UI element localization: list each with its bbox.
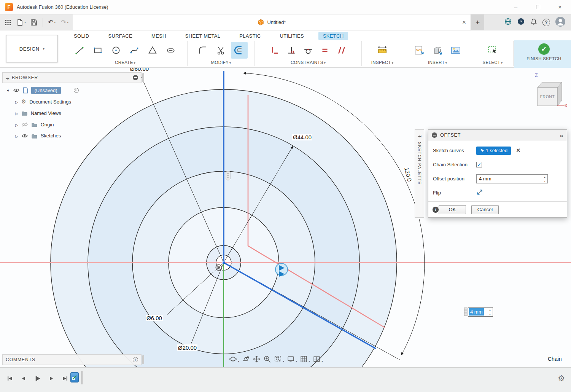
add-comment-button[interactable] [133,357,138,362]
insert-svg-tool[interactable]: SVG [411,42,428,59]
sketch-palette-collapsed[interactable]: SKETCH PALETTE [415,129,424,218]
chain-selection-checkbox[interactable]: ✓ [476,162,482,167]
step-back-button[interactable] [19,374,28,383]
horizontal-vertical-constraint-tool[interactable] [267,42,282,59]
browser-resize-handle[interactable] [142,73,144,82]
redo-button[interactable]: ↷ [59,17,70,28]
dialog-expand-icon[interactable] [560,132,563,139]
browser-row-document[interactable]: (Unsaved) [3,84,140,96]
browser-row-document-settings[interactable]: ⚙ Document Settings [3,96,140,107]
dimension-label-6[interactable]: Ø6.00 [146,315,163,321]
zoom-button[interactable] [263,355,271,363]
play-button[interactable] [33,374,42,383]
row-label[interactable]: Document Settings [29,99,71,105]
parallel-constraint-tool[interactable] [334,42,349,59]
expander-icon[interactable] [15,122,18,127]
visibility-eye-icon[interactable] [13,87,20,93]
line-tool[interactable] [71,42,88,59]
browser-row-sketches[interactable]: Sketches [3,130,140,142]
insert-menu[interactable]: INSERT [404,60,471,67]
info-icon[interactable] [433,207,439,213]
step-forward-button[interactable] [46,374,56,383]
close-button[interactable]: × [549,0,571,14]
sketch-curves-selection[interactable]: 1 selected [476,147,511,155]
inline-dimension-input[interactable]: 4 mm [464,307,493,317]
measure-tool[interactable] [374,42,391,59]
create-menu[interactable]: CREATE [64,60,186,67]
web-browser-button[interactable] [504,18,512,27]
tab-mesh[interactable]: MESH [147,32,171,40]
app-grid-button[interactable] [2,17,14,28]
expander-icon[interactable] [15,99,18,105]
modify-menu[interactable]: MODIFY [188,60,254,67]
expander-icon[interactable] [15,133,18,139]
canvas-image-tool[interactable] [447,42,464,59]
viewports-button[interactable] [313,355,323,363]
midpoint-grip-icon[interactable] [226,171,230,180]
dimension-label-44[interactable]: Ø44.00 [292,134,312,140]
spinner-down-icon[interactable] [487,312,493,317]
circle-tool[interactable] [108,42,124,59]
tab-sheet-metal[interactable]: SHEET METAL [181,32,225,40]
offset-tool[interactable] [231,42,248,59]
offset-position-spinner[interactable] [542,175,547,183]
visibility-eye-icon[interactable] [21,133,28,139]
inline-input-box[interactable]: 4 mm [468,307,493,317]
polygon-tool[interactable] [144,42,161,59]
comments-panel-header[interactable]: COMMENTS [2,354,142,365]
tab-utilities[interactable]: UTILITIES [275,32,309,40]
perpendicular-constraint-tool[interactable] [284,42,299,59]
expander-open-icon[interactable] [6,88,12,93]
insert-mesh-tool[interactable] [429,42,446,59]
spinner-down-icon[interactable] [542,179,547,183]
viewcube-front-face[interactable]: FRONT [540,94,555,99]
offset-dialog-header[interactable]: OFFSET [428,130,567,140]
activate-document-radio[interactable] [74,88,79,93]
timeline-sketch-feature[interactable] [70,372,79,382]
finish-sketch-button[interactable]: FINISH SKETCH [514,40,571,68]
save-button[interactable] [28,17,40,28]
slot-tool[interactable] [162,42,179,59]
equal-constraint-tool[interactable] [317,42,332,59]
display-settings-button[interactable] [287,355,297,363]
tangent-constraint-tool[interactable] [301,42,316,59]
help-button[interactable] [542,19,550,26]
new-document-tab-button[interactable] [471,14,484,30]
look-at-button[interactable] [242,355,250,363]
row-label[interactable]: Origin [41,122,54,127]
dialog-collapse-icon[interactable] [432,132,437,138]
notifications-button[interactable] [530,18,538,27]
browser-row-named-views[interactable]: Named Views [3,107,140,119]
inspect-menu[interactable]: INSPECT [363,60,402,67]
document-name[interactable]: (Unsaved) [31,87,61,94]
tab-sketch[interactable]: SKETCH [318,32,348,40]
tab-plastic[interactable]: PLASTIC [235,32,265,40]
flip-button[interactable] [476,189,483,197]
browser-row-origin[interactable]: Origin [3,119,140,130]
document-tab[interactable]: Untitled* [257,19,286,26]
file-menu-button[interactable] [15,17,27,28]
ok-button[interactable]: OK [439,205,466,214]
inline-input-value[interactable]: 4 mm [469,308,484,316]
job-status-button[interactable] [517,18,525,27]
document-tab-close-button[interactable] [462,14,466,30]
rectangle-tool[interactable] [89,42,106,59]
expander-icon[interactable] [15,110,18,116]
select-menu[interactable]: SELECT [473,60,512,67]
timeline-settings-button[interactable] [558,374,565,383]
skip-to-end-button[interactable] [60,374,69,383]
undo-button[interactable]: ↶ [46,17,57,28]
viewcube[interactable]: Z X FRONT [531,73,568,113]
row-label[interactable]: Named Views [31,110,61,116]
inline-input-spinner[interactable] [487,308,493,316]
row-label[interactable]: Sketches [41,133,61,139]
spinner-up-icon[interactable] [542,175,547,179]
tab-solid[interactable]: SOLID [69,32,94,40]
dimension-label-60[interactable]: Ø60.00 [129,68,150,72]
collapse-browser-icon[interactable] [6,74,9,81]
maximize-button[interactable] [527,0,549,14]
viewcube-cube[interactable]: FRONT [531,73,568,113]
profile-button[interactable] [555,16,566,29]
input-drag-grip[interactable] [464,308,468,316]
constraints-menu[interactable]: CONSTRAINTS [256,60,361,67]
